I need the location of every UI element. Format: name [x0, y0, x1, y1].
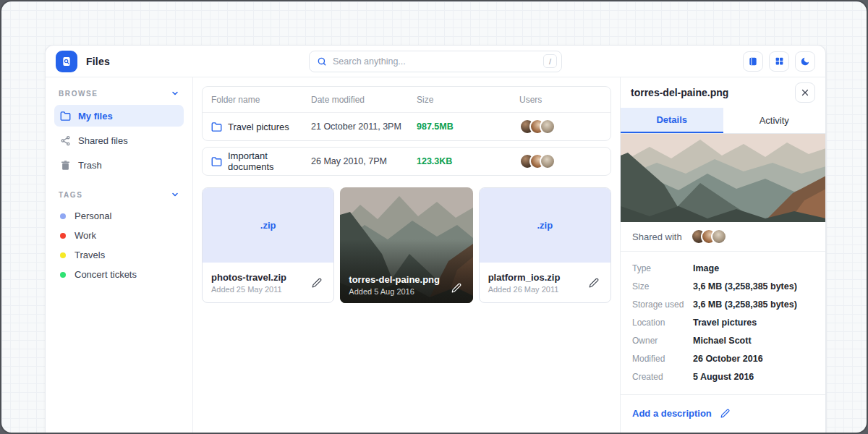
- details-panel: torres-del-paine.png Details Activity: [620, 77, 825, 433]
- file-card-platform-ios-zip[interactable]: .zip platform_ios.zip Added 26 May 2011: [479, 187, 611, 303]
- tab-details[interactable]: Details: [621, 108, 723, 133]
- grid-view-button[interactable]: [769, 51, 789, 72]
- detail-label: Modified: [632, 354, 693, 364]
- brand: Files: [56, 51, 193, 72]
- sidebar-item-label: Trash: [78, 160, 102, 171]
- folder-name-cell: Important documents: [211, 150, 311, 172]
- detail-label: Type: [632, 263, 693, 273]
- size-cell: 987.5MB: [417, 122, 519, 132]
- top-bar: Files /: [46, 46, 825, 77]
- sidebar-item-label: Shared files: [78, 135, 128, 146]
- folder-table: Folder name Date modified Size Users Tra…: [202, 86, 611, 141]
- tag-item-personal[interactable]: Personal: [54, 206, 184, 226]
- edit-pencil-icon[interactable]: [448, 280, 464, 296]
- tags-section-header[interactable]: TAGS: [54, 189, 184, 206]
- zip-badge: .zip: [260, 220, 276, 231]
- dark-mode-button[interactable]: [795, 51, 815, 72]
- card-footer: torres-del-paine.png Added 5 Aug 2016: [340, 267, 472, 303]
- edit-pencil-icon[interactable]: [586, 275, 602, 291]
- sidebar-item-shared-files[interactable]: Shared files: [54, 129, 184, 151]
- detail-label: Location: [632, 318, 693, 328]
- image-preview: [621, 134, 825, 222]
- detail-row-type: Type Image: [632, 259, 814, 277]
- dark-mode-moon-icon: [800, 56, 810, 67]
- panel-tabs: Details Activity: [621, 108, 825, 134]
- tag-item-travels[interactable]: Travels: [54, 245, 184, 265]
- tag-color-dot: [60, 233, 66, 239]
- chevron-down-icon[interactable]: [171, 190, 179, 199]
- detail-value: Image: [693, 263, 719, 273]
- grid-view-icon: [775, 56, 784, 66]
- folder-name-cell: Travel pictures: [211, 122, 311, 132]
- tag-label: Concert tickets: [75, 269, 137, 280]
- table-row-travel-pictures[interactable]: Travel pictures 21 October 2011, 3PM 987…: [203, 113, 610, 140]
- avatar: [711, 229, 727, 244]
- zip-badge: .zip: [537, 220, 553, 231]
- search-input[interactable]: [333, 56, 537, 67]
- card-meta: torres-del-paine.png Added 5 Aug 2016: [349, 274, 440, 296]
- edit-pencil-icon[interactable]: [309, 275, 325, 291]
- panel-file-title: torres-del-paine.png: [631, 87, 728, 98]
- detail-value: 3,6 MB (3,258,385 bytes): [693, 281, 797, 292]
- tag-color-dot: [60, 213, 66, 219]
- detail-value: 26 October 2016: [693, 354, 763, 364]
- tab-activity[interactable]: Activity: [723, 108, 826, 133]
- column-users: Users: [519, 95, 602, 105]
- tags-section-title: TAGS: [59, 191, 82, 199]
- zip-preview: .zip: [480, 188, 610, 263]
- shared-with-label: Shared with: [632, 231, 682, 242]
- app-logo-icon[interactable]: [56, 51, 77, 72]
- detail-value: 5 August 2016: [693, 372, 754, 382]
- users-avatar-stack: [519, 119, 602, 135]
- table-header: Folder name Date modified Size Users: [203, 87, 610, 113]
- top-actions: [678, 51, 815, 72]
- file-card-photos-travel-zip[interactable]: .zip photos-travel.zip Added 25 May 2011: [202, 187, 334, 303]
- add-description-row: Add a description: [621, 395, 825, 431]
- shared-avatar-stack: [691, 229, 727, 244]
- avatar: [540, 119, 556, 135]
- detail-label: Size: [632, 281, 693, 292]
- detail-label: Created: [632, 372, 693, 382]
- detail-row-owner: Owner Michael Scott: [632, 331, 814, 349]
- detail-row-storage-used: Storage used 3,6 MB (3,258,385 bytes): [632, 295, 814, 313]
- sidebar-item-trash[interactable]: Trash: [54, 154, 184, 176]
- column-size: Size: [417, 95, 519, 105]
- detail-row-modified: Modified 26 October 2016: [632, 349, 814, 367]
- users-avatar-stack: [519, 153, 602, 169]
- file-card-torres-del-paine-png[interactable]: torres-del-paine.png Added 5 Aug 2016: [340, 187, 472, 303]
- desktop-background: Files /: [0, 0, 868, 434]
- folder-icon: [211, 122, 222, 132]
- folder-icon: [60, 111, 71, 122]
- add-description-link[interactable]: Add a description: [632, 408, 712, 419]
- app-title: Files: [86, 56, 110, 67]
- tag-label: Travels: [75, 250, 105, 260]
- close-icon: [801, 88, 809, 97]
- chevron-down-icon[interactable]: [171, 89, 179, 98]
- column-folder-name: Folder name: [211, 95, 311, 105]
- detail-value: Michael Scott: [693, 336, 752, 346]
- file-added-date: Added 25 May 2011: [211, 285, 286, 294]
- date-modified-cell: 21 October 2011, 3PM: [311, 122, 417, 132]
- search-box[interactable]: /: [309, 51, 562, 72]
- detail-row-location: Location Travel pictures: [632, 313, 814, 331]
- edit-pencil-icon[interactable]: [718, 405, 733, 421]
- size-cell: 123.3KB: [417, 156, 519, 166]
- tag-label: Personal: [75, 210, 111, 221]
- detail-label: Owner: [632, 336, 693, 346]
- table-row-important-documents[interactable]: Important documents 26 May 2010, 7PM 123…: [203, 148, 610, 175]
- sidebar-item-my-files[interactable]: My files: [54, 105, 184, 127]
- browse-section-header[interactable]: BROWSE: [54, 88, 184, 105]
- notebook-icon: [748, 56, 758, 67]
- tag-item-work[interactable]: Work: [54, 226, 184, 245]
- file-name: platform_ios.zip: [488, 272, 561, 283]
- trash-icon: [60, 160, 71, 171]
- close-panel-button[interactable]: [795, 82, 815, 103]
- tag-color-dot: [60, 272, 66, 278]
- folder-name-text: Important documents: [228, 150, 311, 172]
- search-zone: /: [193, 51, 678, 72]
- detail-row-created: Created 5 August 2016: [632, 367, 814, 386]
- tag-item-concert-tickets[interactable]: Concert tickets: [54, 265, 184, 284]
- sidebar: BROWSE My files Shared files: [46, 77, 193, 433]
- files-app-window: Files /: [45, 45, 826, 433]
- notebook-button[interactable]: [743, 51, 763, 72]
